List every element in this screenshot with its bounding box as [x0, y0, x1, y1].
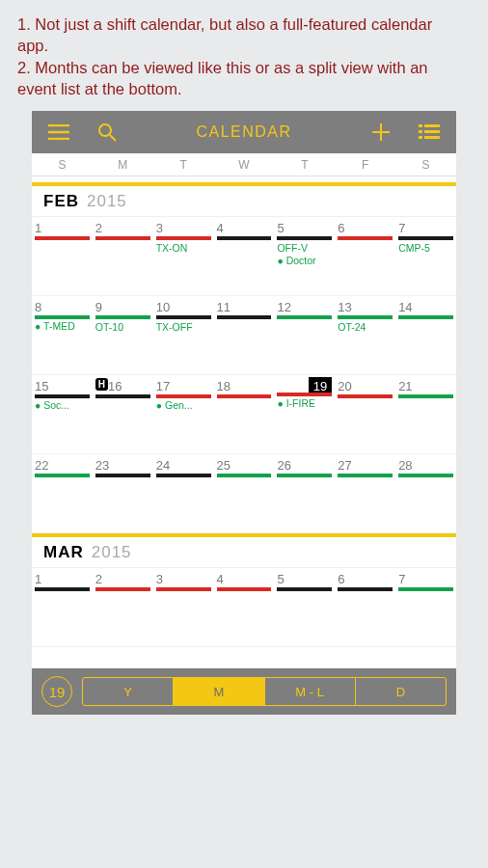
day-cell[interactable]: 26	[274, 454, 335, 533]
shift-label: OFF-V	[277, 242, 332, 254]
annotation-line2: 2. Months can be viewed like this or as …	[17, 57, 455, 100]
day-number: 8	[35, 300, 43, 314]
top-toolbar: CALENDAR	[32, 111, 456, 153]
day-cell[interactable]: 19● I-FIRE	[274, 375, 335, 454]
weekday-label: W	[214, 153, 275, 176]
day-cell[interactable]: 11	[214, 296, 275, 375]
day-number: 26	[277, 458, 292, 473]
day-cell[interactable]: 12	[274, 296, 335, 375]
shift-label: CMP-5	[398, 242, 453, 254]
day-number: 11	[217, 300, 232, 314]
day-number: 22	[35, 458, 50, 473]
svg-rect-2	[419, 124, 422, 127]
day-cell[interactable]: 24	[153, 454, 214, 533]
week-row: 8● T-MED9OT-1010TX-OFF111213OT-2414	[32, 296, 456, 375]
day-cell[interactable]: 4	[214, 217, 275, 296]
day-number: 17	[156, 379, 172, 393]
day-cell[interactable]: 1	[32, 217, 93, 296]
week-row: 15● Soc...H1617● Gen...1819● I-FIRE2021	[32, 375, 456, 454]
segment-y[interactable]: Y	[83, 678, 174, 705]
weekday-label: F	[335, 153, 395, 176]
day-number: 4	[217, 221, 226, 235]
day-cell[interactable]: 8● T-MED	[32, 296, 93, 375]
shift-bar	[338, 236, 393, 240]
shift-bar	[398, 474, 453, 477]
svg-rect-7	[424, 136, 440, 139]
shift-bar	[95, 315, 150, 319]
day-cell[interactable]: 3TX-ON	[153, 217, 214, 296]
list-icon[interactable]	[416, 119, 443, 146]
month-year: 2015	[87, 192, 127, 211]
day-cell[interactable]: 18	[214, 375, 275, 454]
shift-bar	[338, 315, 393, 319]
day-number: 3	[156, 221, 165, 235]
day-cell[interactable]: 14	[395, 296, 456, 375]
shift-bar	[217, 587, 272, 591]
view-segmented-control: YMM - LD	[82, 677, 447, 706]
day-cell[interactable]: 6	[335, 217, 395, 296]
day-cell[interactable]: 27	[335, 454, 395, 533]
bottom-toolbar: 19 YMM - LD	[32, 668, 456, 715]
shift-bar	[398, 315, 453, 319]
day-cell[interactable]: 9OT-10	[93, 296, 153, 375]
shift-bar	[35, 236, 90, 240]
shift-bar	[95, 236, 150, 240]
day-cell[interactable]: 3	[153, 568, 214, 647]
day-cell[interactable]: 13OT-24	[335, 296, 395, 375]
day-number: 4	[217, 572, 226, 586]
segment-m[interactable]: M	[174, 678, 264, 705]
day-cell[interactable]: 28	[395, 454, 456, 533]
day-cell[interactable]: 4	[214, 568, 275, 647]
shift-bar	[35, 474, 90, 477]
day-cell[interactable]: 20	[335, 375, 395, 454]
shift-label: OT-24	[338, 321, 393, 333]
segment-ml[interactable]: M - L	[265, 678, 356, 705]
day-cell[interactable]: H16	[93, 375, 153, 454]
day-cell[interactable]: 10TX-OFF	[153, 296, 214, 375]
shift-bar	[35, 394, 90, 398]
menu-icon[interactable]	[45, 119, 72, 146]
day-cell[interactable]: 5OFF-V● Doctor	[274, 217, 335, 296]
segment-d[interactable]: D	[356, 678, 446, 705]
shift-bar	[338, 394, 393, 398]
day-cell[interactable]: 21	[395, 375, 456, 454]
day-cell[interactable]: 5	[274, 568, 335, 647]
day-number: 7	[398, 221, 407, 235]
day-cell[interactable]: 6	[335, 568, 395, 647]
month-name: MAR	[43, 543, 84, 562]
day-number: 1	[35, 221, 43, 235]
day-number: 25	[217, 458, 232, 473]
shift-bar	[217, 474, 272, 477]
weekday-label: T	[153, 153, 214, 176]
day-cell[interactable]: 25	[214, 454, 275, 533]
today-button[interactable]: 19	[41, 676, 72, 707]
week-row: 1234567	[32, 568, 456, 647]
day-number: 2	[95, 221, 104, 235]
day-cell[interactable]: 23	[93, 454, 153, 533]
day-cell[interactable]: 7CMP-5	[395, 217, 456, 296]
shift-label: OT-10	[95, 321, 150, 333]
day-cell[interactable]: 22	[32, 454, 93, 533]
shift-bar	[398, 587, 453, 591]
day-number: 6	[338, 572, 346, 586]
shift-bar	[277, 587, 332, 591]
weekday-header: SMTWTFS	[32, 153, 456, 176]
search-icon[interactable]	[94, 119, 121, 146]
shift-bar	[338, 474, 393, 477]
weekday-label: S	[395, 153, 456, 176]
day-cell[interactable]: 17● Gen...	[153, 375, 214, 454]
day-number: 10	[156, 300, 172, 314]
shift-bar	[156, 315, 211, 319]
shift-bar	[35, 315, 90, 319]
day-cell[interactable]: 7	[395, 568, 456, 647]
svg-point-0	[99, 124, 111, 136]
day-cell[interactable]: 2	[93, 568, 153, 647]
svg-rect-3	[424, 124, 440, 127]
app-title: CALENDAR	[196, 123, 291, 141]
day-cell[interactable]: 15● Soc...	[32, 375, 93, 454]
day-cell[interactable]: 2	[93, 217, 153, 296]
add-icon[interactable]	[367, 119, 394, 146]
shift-bar	[156, 236, 211, 240]
shift-bar	[156, 474, 211, 477]
day-cell[interactable]: 1	[32, 568, 93, 647]
